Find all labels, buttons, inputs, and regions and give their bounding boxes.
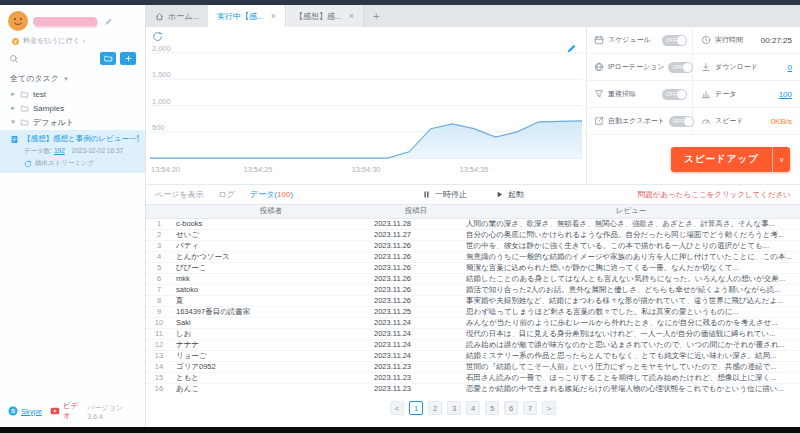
page-next-button[interactable]: > [542, 401, 556, 415]
table-row[interactable]: 15ともと2023.11.23石田さん読みの一冊で、ほっこりすることを期待して読… [146, 372, 800, 383]
search-icon[interactable] [9, 54, 19, 64]
table-row[interactable]: 6mkk2023.11.26結婚したことのある身としてはなんとも言えない気持ちに… [146, 273, 800, 284]
dedupe-toggle[interactable]: OFF [662, 89, 687, 100]
cell-date: 2023.11.26 [370, 251, 462, 262]
pause-icon [422, 190, 431, 199]
issue-warning-link[interactable]: 問題があったらここをクリックしてください [638, 190, 791, 200]
cell-review: 結婚したことのある身としてはなんとも言えない気持ちになった。いろんな人の想いが交… [462, 273, 800, 284]
cell-review: 世間の『結婚してこそ一人前』という圧力にずっとモヤモヤしていたので、共感の連続で… [462, 361, 800, 372]
page-number-button[interactable]: 1 [409, 401, 423, 415]
auto-export-toggle[interactable]: OFF [669, 116, 694, 127]
settings-row: IPローテーション OFF ダウンロード 0 [587, 54, 800, 81]
speed-stat: スピード 0KB/s [693, 108, 800, 134]
table-row[interactable]: 14ゴリア09522023.11.23世間の『結婚してこそ一人前』という圧力にず… [146, 361, 800, 372]
folder-item-test[interactable]: ▸ test [0, 87, 145, 101]
svg-text:2,000: 2,000 [152, 44, 171, 53]
page-number-button[interactable]: 3 [447, 401, 461, 415]
avatar[interactable] [8, 11, 28, 31]
table-row[interactable]: 16あんこ2023.11.23恋愛とか結婚の中で生まれる嫉妬だらけの登場人物の心… [146, 383, 800, 394]
page-number-button[interactable]: 5 [485, 401, 499, 415]
runtime-stat: 実行時間 00:27:25 [693, 27, 800, 53]
table-row[interactable]: 3バティ2023.11.26世の中を、彼女は静かに強く生きている。この本で描かれ… [146, 240, 800, 251]
task-item-selected[interactable]: 【感想】感想と事例のレビュー一覧【ツニー... データ数: 192 2023-0… [0, 130, 145, 173]
header-author[interactable]: 投稿者 [172, 205, 370, 218]
new-tab-button[interactable]: + [364, 5, 388, 27]
task-data-count-link[interactable]: 192 [54, 147, 65, 154]
video-icon[interactable] [50, 406, 60, 416]
tab-data[interactable]: データ(100) [250, 189, 293, 200]
tab-label: ホーム... [168, 11, 199, 22]
page-number-button[interactable]: 6 [504, 401, 518, 415]
cell-index: 9 [146, 306, 172, 317]
calendar-icon [594, 35, 604, 45]
speedup-caret-icon[interactable]: ∨ [772, 147, 790, 172]
close-icon[interactable]: × [349, 12, 354, 21]
table-row[interactable]: 10Saki2023.11.24みんなが当たり前のように歩むレールから外れたとき… [146, 317, 800, 328]
all-tasks-dropdown[interactable]: 全てのタスク ▼ [0, 69, 145, 87]
cell-review: 人間の業の深さ、欲深さ、無頓着さ、無関心さ、強欲さ、あざとさ、計算高さ。そんな事… [462, 218, 800, 229]
header-date[interactable]: 投稿日 [370, 205, 462, 218]
table-row[interactable]: 2せいご2023.11.27自分の心の奥底に問いかけられるような作品。自分だった… [146, 229, 800, 240]
schedule-setting: スケジュール OFF [587, 27, 693, 53]
cell-author: ゴリア0952 [172, 361, 370, 372]
sidebar: 料金を払うに行く › [0, 5, 146, 427]
settings-row: 自動エクスポート OFF スピード 0KB/s [587, 108, 800, 135]
home-icon [155, 12, 164, 21]
folder-item-samples[interactable]: ▸ Samples [0, 101, 145, 115]
table-row[interactable]: 12ナナナ2023.11.24読み始めは誰が敵で誰が味方なのかと思い込まされてい… [146, 339, 800, 350]
app-window: 料金を払うに行く › [0, 0, 800, 433]
page-prev-button[interactable]: < [390, 401, 404, 415]
table-row[interactable]: 4とんかつソース2023.11.26無意識のうちに一般的な結婚のイメージや家族の… [146, 251, 800, 262]
ip-rotation-toggle[interactable]: OFF [668, 62, 693, 73]
cell-author: ナナナ [172, 339, 370, 350]
pay-link-row[interactable]: 料金を払うに行く › [0, 33, 145, 49]
skype-link[interactable]: Skype [21, 407, 42, 416]
filter-icon [594, 89, 604, 99]
tab-show-page[interactable]: ページを表示 [155, 189, 204, 200]
download-count-link[interactable]: 0 [788, 63, 792, 72]
tab-home[interactable]: ホーム... [146, 5, 208, 27]
cell-author: satoko [172, 284, 370, 295]
table-row[interactable]: 11しお2023.11.24現代の日本は、目に見える身分差別はないけれど、一人一… [146, 328, 800, 339]
page-number-button[interactable]: 7 [523, 401, 537, 415]
speed-up-button[interactable]: スピードアップ ∨ [671, 147, 790, 172]
caret-right-icon[interactable]: ▸ [10, 90, 16, 98]
table-row[interactable]: 8直2023.11.26事実婚や夫婦別姓など、結婚にまつわる様々な形が描かれてい… [146, 295, 800, 306]
svg-text:1,500: 1,500 [152, 70, 171, 79]
cell-index: 2 [146, 229, 172, 240]
tab-running[interactable]: 実行中【感... × [208, 5, 286, 27]
new-folder-button[interactable] [100, 52, 116, 65]
table-row[interactable]: 1c-books2023.11.28人間の業の深さ、欲深さ、無頓着さ、無関心さ、… [146, 218, 800, 229]
edit-profile-icon[interactable] [104, 17, 113, 26]
table-header-row: 投稿者 投稿日 レビュー [146, 205, 800, 218]
tab-log[interactable]: ログ [219, 189, 235, 200]
page-number-button[interactable]: 4 [466, 401, 480, 415]
new-task-button[interactable] [120, 52, 136, 65]
tab-task[interactable]: 【感想】感... × [286, 5, 364, 27]
pause-button[interactable]: 一時停止 [422, 189, 467, 200]
table-row[interactable]: 13リョーご2023.11.24結婚ミステリー系の作品と思ったらとんでもなく、と… [146, 350, 800, 361]
start-button[interactable]: 起動 [495, 189, 524, 200]
cell-review: 恋愛とか結婚の中で生まれる嫉妬だらけの登場人物の心理状態をこれでもかという位に描… [462, 383, 800, 394]
cell-author: 1634397番目の読書家 [172, 306, 370, 317]
caret-down-icon[interactable]: ▾ [10, 118, 16, 126]
video-link[interactable]: ビデオ [63, 401, 85, 421]
page-number-button[interactable]: 2 [428, 401, 442, 415]
cell-author: しお [172, 328, 370, 339]
run-overview: 5001,0001,5002,00013:54:2013:54:2513:54:… [146, 27, 800, 185]
user-row [0, 5, 145, 33]
table-row[interactable]: 5びびーこ2023.11.26簡潔な言葉に込められた想いが静かに胸に迫ってくる一… [146, 262, 800, 273]
header-review[interactable]: レビュー [462, 205, 800, 218]
close-icon[interactable]: × [271, 12, 276, 21]
skype-icon[interactable]: S [8, 406, 18, 416]
data-count-link[interactable]: 100 [779, 90, 792, 99]
cell-review: 読み始めは誰が敵で誰が味方なのかと思い込まされていたので、いつの間にかそれが覆さ… [462, 339, 800, 350]
table-row[interactable]: 91634397番目の読書家2023.11.25思わず唸ってしまうほど刺さる言葉… [146, 306, 800, 317]
table-row[interactable]: 7satoko2023.11.26婚活で知り合った2人のお話。意外な展開と優しさ… [146, 284, 800, 295]
caret-right-icon[interactable]: ▸ [10, 104, 16, 112]
schedule-toggle[interactable]: OFF [662, 35, 687, 46]
folder-plus-icon [104, 54, 113, 63]
refresh-icon[interactable] [152, 31, 163, 42]
task-datetime: 2023-02-02 16:37 [72, 147, 123, 156]
folder-item-default[interactable]: ▾ デフォルト [0, 115, 145, 129]
